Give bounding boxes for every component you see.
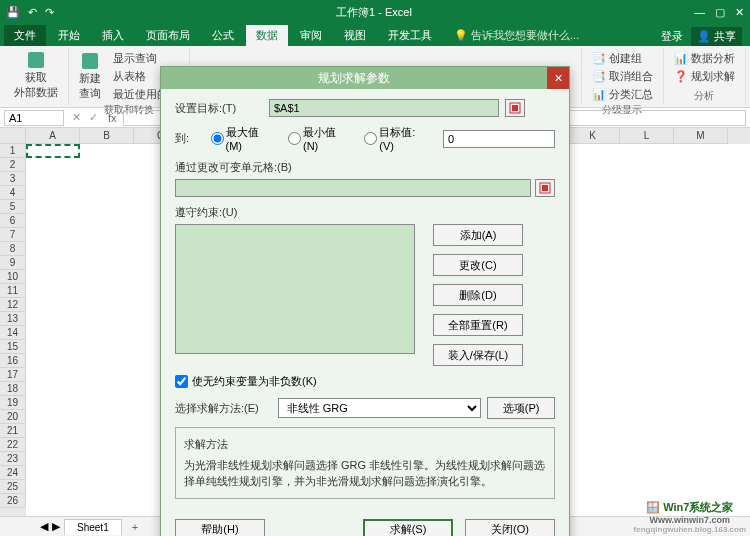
login-link[interactable]: 登录 [661,29,683,44]
solve-button[interactable]: 求解(S) [363,519,453,537]
row-header[interactable]: 8 [0,242,26,256]
row-header[interactable]: 9 [0,256,26,270]
load-save-button[interactable]: 装入/保存(L) [433,344,523,366]
row-header[interactable]: 20 [0,410,26,424]
variable-cells-input[interactable] [175,179,531,197]
row-header[interactable]: 22 [0,438,26,452]
redo-icon[interactable]: ↷ [45,6,54,19]
name-box[interactable] [4,110,64,126]
target-value-input[interactable] [443,130,555,148]
reset-all-button[interactable]: 全部重置(R) [433,314,523,336]
save-icon[interactable]: 💾 [6,6,20,19]
to-label: 到: [175,131,205,146]
row-header[interactable]: 10 [0,270,26,284]
delete-constraint-button[interactable]: 删除(D) [433,284,523,306]
tab-developer[interactable]: 开发工具 [378,25,442,46]
undo-icon[interactable]: ↶ [28,6,37,19]
ungroup-btn[interactable]: 📑 取消组合 [588,68,657,85]
help-button[interactable]: 帮助(H) [175,519,265,537]
method-label: 选择求解方法:(E) [175,401,272,416]
row-header[interactable]: 13 [0,312,26,326]
row-header[interactable]: 25 [0,480,26,494]
options-button[interactable]: 选项(P) [487,397,555,419]
add-constraint-button[interactable]: 添加(A) [433,224,523,246]
column-header[interactable]: L [620,128,674,144]
close-window-icon[interactable]: ✕ [735,6,744,19]
ribbon-tabs: 文件 开始 插入 页面布局 公式 数据 审阅 视图 开发工具 💡 告诉我您想要做… [0,24,750,46]
tab-data[interactable]: 数据 [246,25,288,46]
share-button[interactable]: 👤 共享 [691,27,742,46]
row-header[interactable]: 14 [0,326,26,340]
new-query[interactable]: 新建 查询 [75,50,105,103]
solver[interactable]: ❓ 规划求解 [670,68,739,85]
change-constraint-button[interactable]: 更改(C) [433,254,523,276]
show-queries[interactable]: 显示查询 [109,50,183,67]
dialog-title: 规划求解参数 [161,70,547,87]
tab-formulas[interactable]: 公式 [202,25,244,46]
get-external-data[interactable]: 获取 外部数据 [10,50,62,102]
close-button[interactable]: 关闭(O) [465,519,555,537]
window-controls: — ▢ ✕ [694,6,744,19]
dialog-titlebar[interactable]: 规划求解参数 ✕ [161,67,569,89]
radio-valueof[interactable]: 目标值:(V) [364,125,429,152]
row-header[interactable]: 1 [0,144,26,158]
column-header[interactable]: B [80,128,134,144]
row-header[interactable]: 12 [0,298,26,312]
tab-review[interactable]: 审阅 [290,25,332,46]
sheet-nav-prev-icon[interactable]: ◀ [40,520,48,533]
row-header[interactable]: 19 [0,396,26,410]
row-header[interactable]: 6 [0,214,26,228]
sheet-tab[interactable]: Sheet1 [64,519,122,535]
row-header[interactable]: 23 [0,452,26,466]
row-headers: 1234567891011121314151617181920212223242… [0,128,26,516]
row-header[interactable]: 16 [0,354,26,368]
help-title: 求解方法 [184,436,546,453]
sheet-nav-next-icon[interactable]: ▶ [52,520,60,533]
method-select[interactable]: 非线性 GRG [278,398,481,418]
row-header[interactable]: 7 [0,228,26,242]
subtotal-btn[interactable]: 📊 分类汇总 [588,86,657,103]
tab-view[interactable]: 视图 [334,25,376,46]
cancel-icon[interactable]: ✕ [68,111,85,124]
tell-me[interactable]: 💡 告诉我您想要做什么... [444,25,589,46]
solver-help-box: 求解方法 为光滑非线性规划求解问题选择 GRG 非线性引擎。为线性规划求解问题选… [175,427,555,499]
constraints-list[interactable] [175,224,415,354]
nonneg-checkbox[interactable]: 使无约束变量为非负数(K) [175,374,555,389]
new-sheet-button[interactable]: + [126,519,144,535]
group-btn[interactable]: 📑 创建组 [588,50,657,67]
fx-icon[interactable]: fx [102,112,123,124]
row-header[interactable]: 24 [0,466,26,480]
row-header[interactable]: 18 [0,382,26,396]
quick-access-toolbar: 💾 ↶ ↷ [6,6,54,19]
data-analysis[interactable]: 📊 数据分析 [670,50,739,67]
row-header[interactable]: 4 [0,186,26,200]
enter-icon[interactable]: ✓ [85,111,102,124]
radio-max[interactable]: 最大值(M) [211,125,274,152]
close-icon[interactable]: ✕ [547,67,569,89]
range-picker-icon[interactable] [535,179,555,197]
row-header[interactable]: 2 [0,158,26,172]
set-target-label: 设置目标:(T) [175,101,263,116]
tab-file[interactable]: 文件 [4,25,46,46]
variable-cells-label: 通过更改可变单元格:(B) [175,160,292,175]
row-header[interactable]: 26 [0,494,26,508]
row-header[interactable]: 5 [0,200,26,214]
column-header[interactable]: K [566,128,620,144]
tab-insert[interactable]: 插入 [92,25,134,46]
radio-min[interactable]: 最小值(N) [288,125,350,152]
set-target-input[interactable] [269,99,499,117]
range-picker-icon[interactable] [505,99,525,117]
svg-rect-3 [542,185,548,191]
minimize-icon[interactable]: — [694,6,705,19]
row-header[interactable]: 15 [0,340,26,354]
column-header[interactable]: A [26,128,80,144]
group-label: 分析 [670,89,739,103]
row-header[interactable]: 11 [0,284,26,298]
tab-home[interactable]: 开始 [48,25,90,46]
row-header[interactable]: 3 [0,172,26,186]
row-header[interactable]: 17 [0,368,26,382]
tab-layout[interactable]: 页面布局 [136,25,200,46]
column-header[interactable]: M [674,128,728,144]
row-header[interactable]: 21 [0,424,26,438]
maximize-icon[interactable]: ▢ [715,6,725,19]
